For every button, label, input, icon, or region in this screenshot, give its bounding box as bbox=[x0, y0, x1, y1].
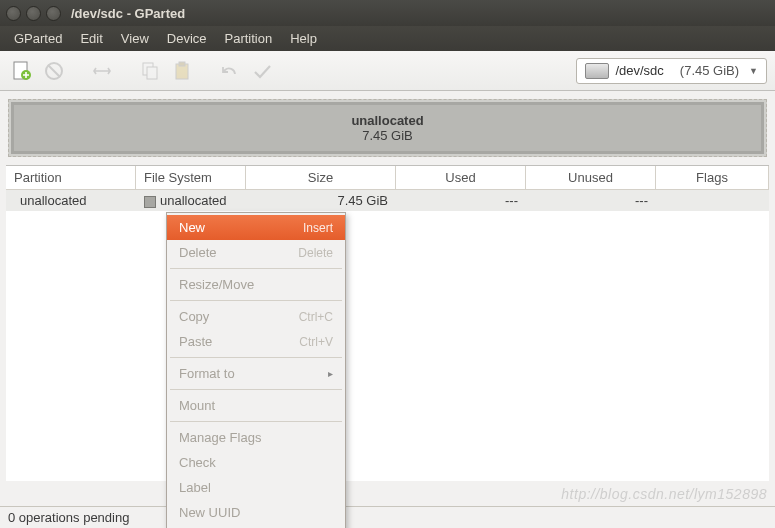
cm-separator bbox=[170, 389, 342, 390]
no-entry-icon bbox=[43, 60, 65, 82]
cm-resize-label: Resize/Move bbox=[179, 277, 254, 292]
cm-separator bbox=[170, 268, 342, 269]
device-selector[interactable]: /dev/sdc (7.45 GiB) ▼ bbox=[576, 58, 767, 84]
copy-icon bbox=[139, 60, 161, 82]
menu-help[interactable]: Help bbox=[282, 28, 325, 49]
chevron-down-icon: ▼ bbox=[749, 66, 758, 76]
graph-unallocated[interactable]: unallocated 7.45 GiB bbox=[11, 102, 764, 154]
svg-line-3 bbox=[48, 65, 60, 77]
paste-button bbox=[168, 57, 196, 85]
new-partition-button[interactable] bbox=[8, 57, 36, 85]
cell-unused: --- bbox=[526, 190, 656, 211]
undo-icon bbox=[219, 60, 241, 82]
col-header-filesystem[interactable]: File System bbox=[136, 166, 246, 189]
cm-paste-accel: Ctrl+V bbox=[299, 335, 333, 349]
col-header-size[interactable]: Size bbox=[246, 166, 396, 189]
cm-copy: Copy Ctrl+C bbox=[167, 304, 345, 329]
cm-mount-label: Mount bbox=[179, 398, 215, 413]
cell-fs-text: unallocated bbox=[160, 193, 227, 208]
cm-new-uuid: New UUID bbox=[167, 500, 345, 525]
graph-label: unallocated bbox=[351, 113, 423, 128]
col-header-flags[interactable]: Flags bbox=[656, 166, 769, 189]
partition-table: Partition File System Size Used Unused F… bbox=[6, 165, 769, 481]
menu-partition[interactable]: Partition bbox=[217, 28, 281, 49]
window-controls bbox=[6, 6, 61, 21]
apply-button bbox=[248, 57, 276, 85]
context-menu: New Insert Delete Delete Resize/Move Cop… bbox=[166, 212, 346, 528]
menu-edit[interactable]: Edit bbox=[72, 28, 110, 49]
cm-manage-flags-label: Manage Flags bbox=[179, 430, 261, 445]
copy-button bbox=[136, 57, 164, 85]
cm-manage-flags: Manage Flags bbox=[167, 425, 345, 450]
window-title: /dev/sdc - GParted bbox=[71, 6, 185, 21]
status-text: 0 operations pending bbox=[8, 510, 129, 525]
cm-separator bbox=[170, 300, 342, 301]
fs-color-chip bbox=[144, 196, 156, 208]
partition-graph[interactable]: unallocated 7.45 GiB bbox=[8, 99, 767, 157]
cm-label-label: Label bbox=[179, 480, 211, 495]
cm-copy-label: Copy bbox=[179, 309, 209, 324]
delete-partition-button bbox=[40, 57, 68, 85]
cell-size: 7.45 GiB bbox=[246, 190, 396, 211]
cm-format-to: Format to ▸ bbox=[167, 361, 345, 386]
device-capacity: (7.45 GiB) bbox=[680, 63, 739, 78]
menu-device[interactable]: Device bbox=[159, 28, 215, 49]
cm-new-label: New bbox=[179, 220, 205, 235]
resize-move-button bbox=[88, 57, 116, 85]
cm-format-label: Format to bbox=[179, 366, 235, 381]
col-header-unused[interactable]: Unused bbox=[526, 166, 656, 189]
table-empty-area bbox=[6, 211, 769, 481]
cm-separator bbox=[170, 421, 342, 422]
statusbar: 0 operations pending bbox=[0, 506, 775, 528]
cm-delete: Delete Delete bbox=[167, 240, 345, 265]
undo-button bbox=[216, 57, 244, 85]
graph-size: 7.45 GiB bbox=[362, 128, 413, 143]
minimize-window-button[interactable] bbox=[26, 6, 41, 21]
toolbar: /dev/sdc (7.45 GiB) ▼ bbox=[0, 51, 775, 91]
titlebar: /dev/sdc - GParted bbox=[0, 0, 775, 26]
menubar: GParted Edit View Device Partition Help bbox=[0, 26, 775, 51]
maximize-window-button[interactable] bbox=[46, 6, 61, 21]
cm-new-accel: Insert bbox=[303, 221, 333, 235]
chevron-right-icon: ▸ bbox=[328, 368, 333, 379]
cm-delete-accel: Delete bbox=[298, 246, 333, 260]
harddisk-icon bbox=[585, 63, 609, 79]
cm-paste: Paste Ctrl+V bbox=[167, 329, 345, 354]
svg-rect-5 bbox=[147, 67, 157, 79]
cell-flags bbox=[656, 190, 769, 211]
col-header-partition[interactable]: Partition bbox=[6, 166, 136, 189]
menu-gparted[interactable]: GParted bbox=[6, 28, 70, 49]
watermark: http://blog.csdn.net/lym152898 bbox=[561, 486, 767, 502]
close-window-button[interactable] bbox=[6, 6, 21, 21]
cell-partition: unallocated bbox=[6, 190, 136, 211]
menu-view[interactable]: View bbox=[113, 28, 157, 49]
cell-filesystem: unallocated bbox=[136, 190, 246, 211]
cm-separator bbox=[170, 357, 342, 358]
document-new-icon bbox=[11, 60, 33, 82]
svg-rect-7 bbox=[179, 62, 185, 66]
apply-checkmark-icon bbox=[251, 60, 273, 82]
paste-icon bbox=[171, 60, 193, 82]
cm-label: Label bbox=[167, 475, 345, 500]
resize-icon bbox=[91, 60, 113, 82]
cm-new[interactable]: New Insert bbox=[167, 215, 345, 240]
cell-used: --- bbox=[396, 190, 526, 211]
cm-resize-move: Resize/Move bbox=[167, 272, 345, 297]
table-header: Partition File System Size Used Unused F… bbox=[6, 166, 769, 190]
cm-new-uuid-label: New UUID bbox=[179, 505, 240, 520]
cm-check-label: Check bbox=[179, 455, 216, 470]
cm-delete-label: Delete bbox=[179, 245, 217, 260]
device-path: /dev/sdc bbox=[615, 63, 663, 78]
cm-mount: Mount bbox=[167, 393, 345, 418]
col-header-used[interactable]: Used bbox=[396, 166, 526, 189]
cm-check: Check bbox=[167, 450, 345, 475]
cm-paste-label: Paste bbox=[179, 334, 212, 349]
table-row[interactable]: unallocated unallocated 7.45 GiB --- --- bbox=[6, 190, 769, 211]
cm-copy-accel: Ctrl+C bbox=[299, 310, 333, 324]
